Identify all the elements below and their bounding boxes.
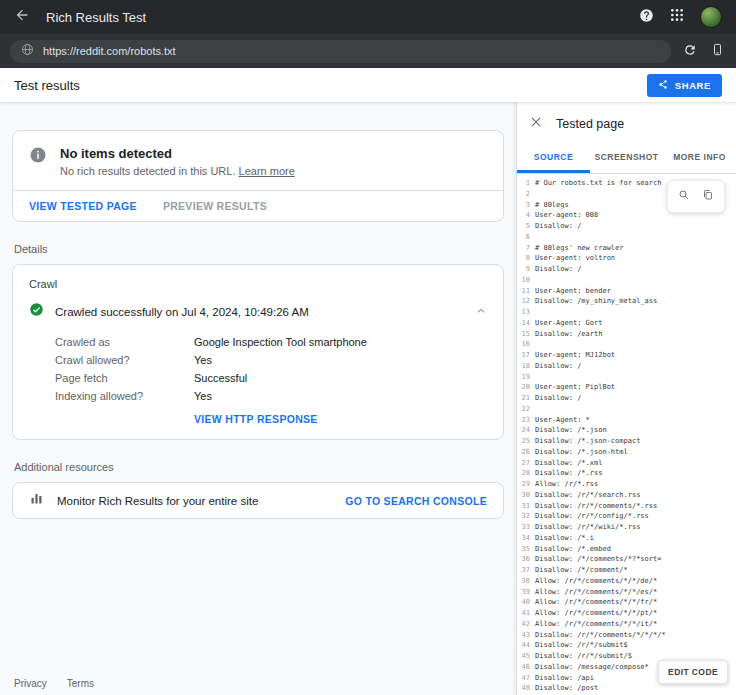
tab-screenshot[interactable]: SCREENSHOT [590,143,663,173]
share-button[interactable]: SHARE [647,74,722,97]
line-text: Disallow: /my_shiny_metal_ass [535,297,657,308]
line-text: Disallow: / [535,222,581,233]
line-text: Disallow: /r/*/comments/*/*/*/* [535,631,666,642]
line-number: 18 [517,362,535,373]
close-panel-button[interactable] [529,115,543,132]
code-line: 40 Allow: /r/*/comments/*/*/fr/* [517,598,736,609]
line-text: Disallow: /*.json [535,426,607,437]
bar-chart-icon [29,491,44,510]
line-text: Disallow: /earth [535,330,602,341]
code-line: 41 Allow: /r/*/comments/*/*/pt/* [517,609,736,620]
chevron-up-icon[interactable] [475,303,487,321]
line-number: 11 [517,287,535,298]
edit-code-button[interactable]: EDIT CODE [658,660,728,684]
line-number: 30 [517,491,535,502]
line-number: 21 [517,394,535,405]
line-text: Disallow: /r/*/wiki/*.rss [535,523,640,534]
line-number: 1 [517,179,535,190]
code-line: 34 Disallow: /*.i [517,534,736,545]
line-number: 2 [517,190,535,201]
line-number: 3 [517,201,535,212]
learn-more-link[interactable]: Learn more [239,165,295,177]
tab-more-info[interactable]: MORE INFO [663,143,736,173]
terms-link[interactable]: Terms [67,678,94,689]
code-line: 19 [517,373,736,384]
help-icon[interactable] [639,8,654,27]
apps-grid-icon[interactable] [670,8,684,26]
line-number: 23 [517,416,535,427]
line-text: Allow: /r/*/comments/*/*/pt/* [535,609,657,620]
url-bar: https://reddit.com/robots.txt [0,34,736,68]
tab-source[interactable]: SOURCE [517,143,590,173]
line-number: 14 [517,319,535,330]
line-text: Allow: /r/*/comments/*/*/de/* [535,577,657,588]
search-code-button[interactable] [678,189,690,204]
line-number: 40 [517,598,535,609]
code-line: 22 [517,405,736,416]
code-toolbar [667,180,725,213]
copy-code-button[interactable] [702,189,714,204]
code-line: 38 Allow: /r/*/comments/*/*/de/* [517,577,736,588]
line-number: 12 [517,297,535,308]
crawl-status-row[interactable]: Crawled successfully on Jul 4, 2024, 10:… [13,294,503,329]
crawl-status-text: Crawled successfully on Jul 4, 2024, 10:… [55,306,464,318]
line-text: User-Agent: Gort [535,319,602,330]
user-avatar[interactable] [700,6,722,28]
code-line: 48 Disallow: /post [517,684,736,695]
crawl-detail-row: Indexing allowed? Yes [55,387,487,405]
url-input[interactable]: https://reddit.com/robots.txt [10,40,671,63]
code-line: 31 Disallow: /r/*/comments/*.rss [517,502,736,513]
line-number: 5 [517,222,535,233]
crawl-detail-rows: Crawled as Google Inspection Tool smartp… [13,329,503,405]
code-line: 28 Disallow: /*.rss [517,469,736,480]
copy-icon [702,189,714,204]
code-line: 5 Disallow: / [517,222,736,233]
line-text: Disallow: / [535,394,581,405]
code-line: 33 Disallow: /r/*/wiki/*.rss [517,523,736,534]
privacy-link[interactable]: Privacy [14,678,47,689]
code-line: 20 User-agent: PiplBot [517,383,736,394]
line-text: Disallow: /r/*/config/*.rss [535,512,649,523]
details-section-label: Details [14,243,502,255]
line-text: Disallow: /*.i [535,534,594,545]
line-number: 20 [517,383,535,394]
line-text: Disallow: / [535,362,581,373]
crawl-row-label: Page fetch [55,372,194,384]
line-text: Disallow: /*.embed [535,545,611,556]
crawl-detail-row: Crawled as Google Inspection Tool smartp… [55,333,487,351]
line-text: Allow: /r/*.rss [535,480,598,491]
code-line: 15 Disallow: /earth [517,330,736,341]
line-number: 17 [517,351,535,362]
line-number: 16 [517,340,535,351]
crawl-row-value: Successful [194,372,247,384]
back-button[interactable] [14,7,30,27]
code-line: 16 [517,340,736,351]
line-text: Disallow: /*.xml [535,459,602,470]
line-number: 46 [517,663,535,674]
go-to-search-console-button[interactable]: GO TO SEARCH CONSOLE [345,495,487,507]
line-text: Allow: /r/*/comments/*/*/es/* [535,588,657,599]
preview-results-button[interactable]: PREVIEW RESULTS [163,200,267,212]
results-column: No items detected No rich results detect… [0,102,516,695]
line-number: 10 [517,276,535,287]
view-http-response-button[interactable]: VIEW HTTP RESPONSE [194,413,318,425]
share-label: SHARE [675,80,711,91]
view-tested-page-button[interactable]: VIEW TESTED PAGE [29,200,137,212]
refresh-button[interactable] [683,43,697,60]
code-line: 26 Disallow: /*.json-html [517,448,736,459]
back-arrow-icon [14,7,30,27]
line-text: User-Agent: bender [535,287,611,298]
crawl-detail-row: Page fetch Successful [55,369,487,387]
no-items-actions: VIEW TESTED PAGE PREVIEW RESULTS [13,190,503,221]
line-number: 15 [517,330,535,341]
line-number: 34 [517,534,535,545]
app-header: Rich Results Test [0,0,736,34]
line-text: Disallow: /*.json-html [535,448,628,459]
mobile-device-button[interactable] [711,42,724,60]
source-code-view[interactable]: 1 # Our robots.txt is for search 2 3 # 8… [517,174,736,695]
line-number: 4 [517,211,535,222]
code-line: 12 Disallow: /my_shiny_metal_ass [517,297,736,308]
code-line: 30 Disallow: /r/*/search.rss [517,491,736,502]
line-number: 44 [517,641,535,652]
main-area: No items detected No rich results detect… [0,102,736,695]
